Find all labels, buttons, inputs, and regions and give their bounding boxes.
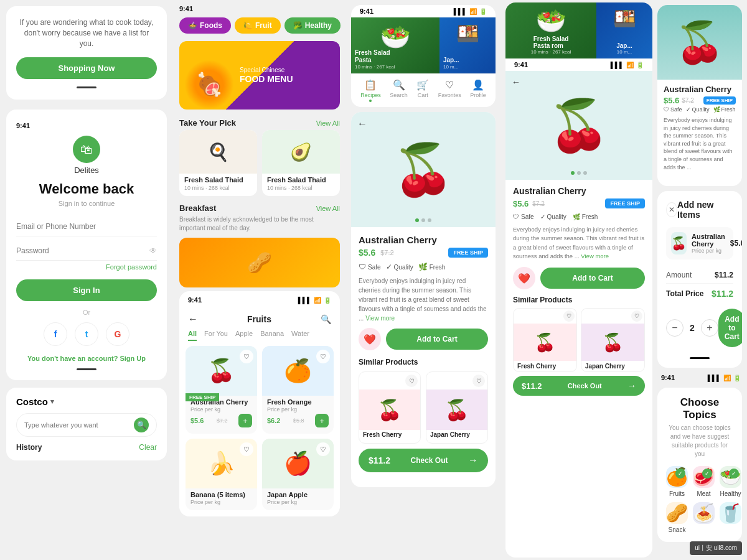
facebook-login-button[interactable]: f bbox=[44, 322, 67, 346]
search-input[interactable] bbox=[24, 421, 134, 429]
food-grid: 🍳 Fresh Salad Thaid 10 mins · 268 kcal 🥑… bbox=[173, 130, 346, 201]
recipe-side-image[interactable]: Jap... 10 m... bbox=[439, 17, 496, 73]
eye-icon[interactable]: 👁 bbox=[149, 246, 157, 255]
password-input[interactable] bbox=[16, 241, 149, 260]
twitter-login-button[interactable]: t bbox=[75, 322, 98, 346]
fruit-item-banana[interactable]: ♡ 🍌 Banana (5 items) Price per kg bbox=[186, 439, 257, 510]
tab-fruit[interactable]: 🍋 Fruit bbox=[235, 17, 281, 34]
store-header: Costco ▾ bbox=[16, 396, 157, 407]
cherry-similar-fav-1[interactable]: ♡ bbox=[563, 310, 575, 322]
topic-pasta[interactable]: 🍝 bbox=[693, 502, 715, 533]
column-4: Fresh SaladPasta rom 10 mins · 267 kcal … bbox=[500, 0, 747, 560]
nav-item-profile[interactable]: 👤 Profile bbox=[470, 79, 486, 102]
fruit-item-japan-apple[interactable]: ♡ 🍎 Japan Apple Price per kg bbox=[262, 439, 334, 510]
food-card-egg[interactable]: 🍳 Fresh Salad Thaid 10 mins · 268 kcal bbox=[179, 130, 257, 196]
similar-products-grid: ♡ 🍒 Fresh Cherry ♡ 🍒 Japan Cherry bbox=[359, 371, 488, 444]
cherry-view-more-link[interactable]: View more bbox=[581, 253, 609, 259]
modal-add-to-cart-button[interactable]: Add to Cart bbox=[718, 309, 742, 347]
orange-favorite-button[interactable]: ♡ bbox=[316, 350, 330, 363]
food-card-avocado[interactable]: 🥑 Fresh Salad Thaid 10 mins · 268 kcal bbox=[262, 130, 340, 196]
quantity-row: − 2 + Add to Cart bbox=[666, 304, 733, 352]
cherry-similar-japan[interactable]: ♡ 🍒 Japan Cherry bbox=[581, 308, 645, 372]
free-ship-badge-product: FREE SHIP bbox=[448, 248, 488, 258]
pasta-topic-image: 🍝 bbox=[693, 502, 715, 524]
email-input[interactable] bbox=[16, 217, 157, 236]
cherry-similar-fresh[interactable]: ♡ 🍒 Fresh Cherry bbox=[513, 308, 577, 372]
topic-drink[interactable]: 🥤 bbox=[720, 502, 741, 533]
cherry-add-cart-button[interactable]: + bbox=[238, 414, 252, 427]
cherry-free-ship-badge: FREE SHIP bbox=[605, 198, 645, 208]
modal-product-price: $5.6 bbox=[730, 239, 742, 248]
google-login-button[interactable]: G bbox=[106, 322, 129, 346]
cherry-image-dots bbox=[571, 171, 587, 175]
fruit-item-orange[interactable]: ♡ 🍊 Fresh Orange Price per kg $6.2 $5.8 … bbox=[262, 346, 334, 434]
filter-for-you[interactable]: For You bbox=[204, 330, 228, 341]
qty-decrease-button[interactable]: − bbox=[666, 319, 684, 337]
signup-link[interactable]: Sign Up bbox=[120, 355, 146, 362]
signin-button[interactable]: Sign In bbox=[16, 279, 157, 301]
heart-favorite-button[interactable]: ❤️ bbox=[359, 328, 381, 350]
similar-fav-2[interactable]: ♡ bbox=[472, 375, 485, 387]
qty-increase-button[interactable]: + bbox=[701, 319, 718, 337]
filter-apple[interactable]: Apple bbox=[235, 330, 253, 341]
battery-icon: 🔋 bbox=[324, 297, 331, 304]
take-your-pick-view-all[interactable]: View All bbox=[316, 119, 340, 127]
fresh-icon: 🌿 bbox=[418, 263, 428, 271]
similar-fav-1[interactable]: ♡ bbox=[405, 375, 418, 387]
breakfast-view-all[interactable]: View All bbox=[316, 205, 340, 212]
chevron-down-icon[interactable]: ▾ bbox=[50, 398, 54, 406]
tag-fresh: 🌿 Fresh bbox=[418, 263, 446, 271]
filter-water[interactable]: Water bbox=[291, 330, 309, 341]
cherry-similar-fav-2[interactable]: ♡ bbox=[631, 310, 642, 322]
tag-quality: ✓ Quality bbox=[386, 263, 413, 271]
fruit-item-cherry[interactable]: ♡ 🍒 FREE SHIP Australian Cherry Price pe… bbox=[186, 346, 257, 434]
cherry-checkout-label: Check Out bbox=[568, 382, 602, 390]
tab-foods[interactable]: 🍲 Foods bbox=[179, 17, 231, 34]
filter-all[interactable]: All bbox=[188, 330, 197, 341]
no-account-text: You don't have an account? bbox=[27, 355, 118, 362]
nav-item-cart[interactable]: 🛒 Cart bbox=[416, 79, 429, 102]
nav-item-search[interactable]: 🔍 Search bbox=[390, 79, 408, 102]
add-items-panel: 🍒 Australian Cherry $5.6 $7.2 FREE SHIP … bbox=[657, 5, 742, 186]
modal-product-row: 🍒 Australian Cherry Price per kg $5.6 bbox=[666, 227, 733, 259]
shopping-now-button[interactable]: Shopping Now bbox=[16, 57, 157, 79]
cherry-recipe-side: Jap... 10 m... bbox=[596, 2, 652, 58]
nav-item-favorites[interactable]: ♡ Favorites bbox=[438, 79, 461, 102]
tab-healthy[interactable]: 🥦 Healthy bbox=[284, 17, 341, 34]
healthy-topic-label: Healthy bbox=[720, 490, 741, 497]
similar-fresh-cherry[interactable]: ♡ 🍒 Fresh Cherry bbox=[359, 371, 421, 444]
view-more-link[interactable]: View more bbox=[365, 315, 395, 322]
fruits-search-button[interactable]: 🔍 bbox=[321, 314, 331, 324]
forgot-password-link[interactable]: Forgot password bbox=[16, 263, 157, 271]
cherry-detail-screen: Fresh SaladPasta rom 10 mins · 267 kcal … bbox=[505, 2, 652, 558]
product-back-button[interactable]: ← bbox=[357, 118, 367, 129]
topic-healthy[interactable]: 🥗 ✓ Healthy bbox=[720, 466, 741, 497]
checkout-bar[interactable]: $11.2 Check Out → bbox=[359, 449, 488, 472]
cherry-favorite-button[interactable]: ♡ bbox=[240, 350, 253, 363]
cherry-checkout-bar[interactable]: $11.2 Check Out → bbox=[513, 376, 645, 396]
category-tabs: 🍲 Foods 🍋 Fruit 🥦 Healthy bbox=[173, 12, 346, 39]
free-ship-badge: FREE SHIP bbox=[186, 393, 219, 401]
history-row: History Clear bbox=[16, 443, 157, 452]
cherry-add-cart-button[interactable]: Add to Cart bbox=[540, 268, 645, 289]
clear-history-button[interactable]: Clear bbox=[139, 443, 157, 452]
search-submit-button[interactable]: 🔍 bbox=[134, 418, 149, 432]
topic-snack[interactable]: 🥜 Snack bbox=[666, 502, 688, 533]
japan-apple-favorite-button[interactable]: ♡ bbox=[316, 442, 330, 456]
cherry-heart-button[interactable]: ❤️ bbox=[513, 267, 535, 289]
add-to-cart-button[interactable]: Add to Cart bbox=[386, 329, 488, 350]
cherry-dot-2 bbox=[577, 171, 581, 175]
topic-fruits[interactable]: 🍊 ✓ Fruits bbox=[666, 466, 688, 497]
modal-close-button[interactable]: ✕ bbox=[666, 202, 677, 217]
filter-banana[interactable]: Banana bbox=[260, 330, 284, 341]
fresh-salad-pasta-image[interactable]: Fresh SaladPasta 10 mins · 267 kcal bbox=[351, 17, 439, 73]
similar-japan-cherry[interactable]: ♡ 🍒 Japan Cherry bbox=[426, 371, 488, 444]
cherry-status-icons: ▌▌▌ 📶 🔋 bbox=[611, 62, 644, 68]
topic-meat[interactable]: 🥩 ✓ Meat bbox=[693, 466, 715, 497]
banana-favorite-button[interactable]: ♡ bbox=[240, 442, 253, 456]
orange-add-cart-button[interactable]: + bbox=[315, 414, 329, 427]
nav-item-recipes[interactable]: 📋 Recipes bbox=[360, 79, 381, 102]
cherry-back-button[interactable]: ← bbox=[512, 77, 520, 87]
fruits-back-button[interactable]: ← bbox=[188, 314, 198, 325]
signup-row: You don't have an account? Sign Up bbox=[16, 355, 157, 362]
